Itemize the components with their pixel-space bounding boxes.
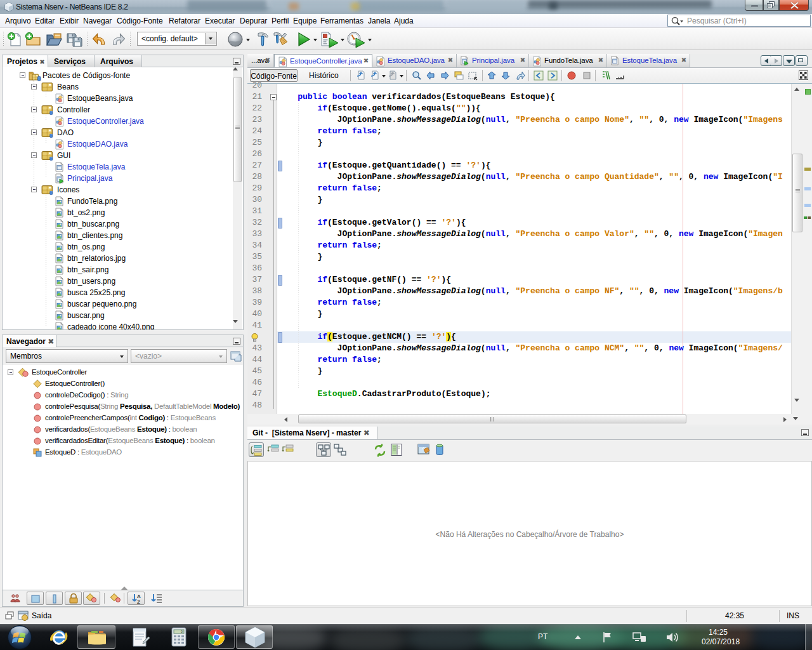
svg-text:0: 0 [181,630,183,633]
svg-text:A: A [137,594,141,599]
svg-text:Z: Z [137,599,140,605]
